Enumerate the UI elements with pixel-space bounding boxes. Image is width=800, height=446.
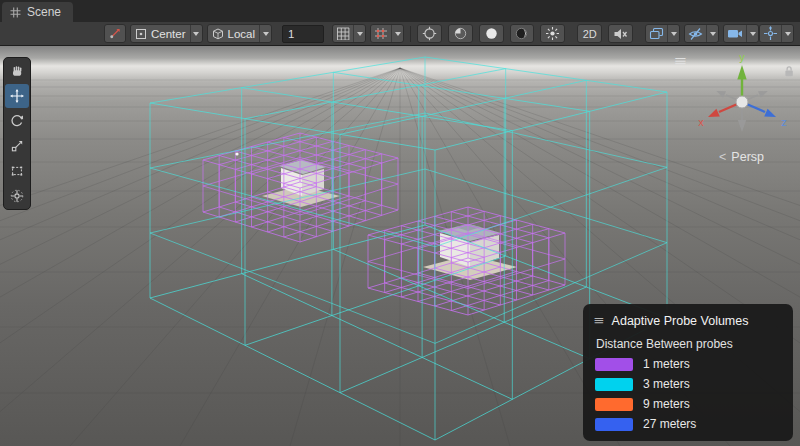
scene-toolbar: Center Local bbox=[0, 22, 800, 46]
shaded-sphere-icon bbox=[453, 26, 468, 41]
gizmo-y-label[interactable]: y bbox=[739, 51, 745, 63]
gizmos-dropdown[interactable] bbox=[759, 24, 794, 43]
rotate-tool-button[interactable] bbox=[5, 109, 29, 133]
handle-rotation-arrow bbox=[259, 25, 271, 42]
gizmos-arrow bbox=[781, 25, 793, 42]
probe-distance-label-1m: 1 meters bbox=[643, 357, 690, 371]
sun-burst-icon bbox=[545, 26, 560, 41]
skybox-toggle[interactable] bbox=[479, 24, 504, 43]
toolbar-separator bbox=[410, 26, 411, 42]
camera-arrow bbox=[746, 25, 758, 42]
focus-crosshair-icon bbox=[422, 26, 437, 41]
camera-settings-dropdown[interactable] bbox=[723, 24, 759, 43]
legend-title: Adaptive Probe Volumes bbox=[612, 314, 749, 328]
draw-mode-button[interactable] bbox=[417, 24, 442, 43]
view-tool-button[interactable] bbox=[5, 59, 29, 83]
legend-menu-icon[interactable]: ≡ bbox=[594, 313, 604, 328]
gizmo-center[interactable] bbox=[736, 96, 748, 108]
probe-distance-label-9m: 9 meters bbox=[643, 397, 690, 411]
scene-tab-grid-icon bbox=[10, 7, 21, 18]
increment-snap-arrow bbox=[391, 25, 403, 42]
tab-bar: Scene bbox=[0, 0, 800, 22]
handle-position-label: Center bbox=[147, 28, 190, 40]
chevron-down-icon bbox=[750, 32, 756, 36]
scene-visibility-dropdown[interactable] bbox=[684, 24, 719, 43]
tab-scene[interactable]: Scene bbox=[2, 2, 73, 22]
scale-tool-button[interactable] bbox=[5, 134, 29, 158]
handle-rotation-label: Local bbox=[224, 28, 260, 40]
handle-position-dropdown[interactable]: Center bbox=[130, 24, 203, 43]
handle-position-arrow bbox=[190, 25, 202, 42]
chevron-down-icon bbox=[263, 32, 269, 36]
tab-label: Scene bbox=[27, 5, 61, 19]
legend-row-3m: 3 meters bbox=[595, 377, 781, 391]
transform-icon bbox=[10, 189, 24, 203]
chevron-down-icon bbox=[193, 32, 199, 36]
rect-tool-button[interactable] bbox=[5, 159, 29, 183]
probe-distance-swatch-1m bbox=[595, 358, 633, 371]
overlay-menu-handle[interactable]: ≡ bbox=[674, 52, 686, 69]
chevron-down-icon bbox=[357, 32, 363, 36]
overlays-dropdown[interactable] bbox=[645, 24, 680, 43]
tool-palette bbox=[3, 57, 31, 210]
projection-label: Persp bbox=[731, 150, 764, 164]
increment-snap-dropdown[interactable] bbox=[370, 24, 404, 43]
legend-subtitle: Distance Between probes bbox=[596, 337, 781, 351]
orientation-gizmo[interactable]: y x z bbox=[690, 50, 794, 146]
chevron-down-icon bbox=[671, 32, 677, 36]
hand-icon bbox=[10, 64, 24, 78]
increment-snap-icon bbox=[374, 27, 388, 40]
active-tool-button[interactable] bbox=[104, 24, 126, 43]
pivot-center-icon bbox=[135, 28, 147, 40]
move-tool-button[interactable] bbox=[5, 84, 29, 108]
move-gizmo-icon bbox=[763, 26, 778, 41]
overlays-arrow bbox=[667, 25, 679, 42]
chevron-down-icon bbox=[785, 32, 791, 36]
chevron-down-icon bbox=[710, 32, 716, 36]
layers-icon bbox=[649, 27, 664, 41]
moon-icon bbox=[514, 26, 529, 41]
2d-label: 2D bbox=[583, 28, 597, 40]
legend-row-1m: 1 meters bbox=[595, 357, 781, 371]
move-icon bbox=[10, 89, 24, 103]
probe-distance-swatch-3m bbox=[595, 378, 633, 391]
chevron-down-icon bbox=[395, 32, 401, 36]
visibility-arrow bbox=[706, 25, 718, 42]
grid-snapping-dropdown[interactable] bbox=[332, 24, 366, 43]
grid-snap-arrow bbox=[353, 25, 365, 42]
gizmo-x-label[interactable]: x bbox=[698, 116, 704, 128]
camera-icon bbox=[727, 27, 743, 40]
projection-toggle[interactable]: < Persp bbox=[719, 150, 764, 164]
grid-snap-icon bbox=[336, 27, 350, 40]
gizmo-z-label[interactable]: z bbox=[781, 116, 787, 128]
probe-distance-label-27m: 27 meters bbox=[643, 417, 696, 431]
probe-distance-swatch-27m bbox=[595, 418, 633, 431]
speaker-muted-icon bbox=[613, 27, 628, 41]
rect-icon bbox=[10, 164, 24, 178]
white-circle-icon bbox=[484, 26, 499, 41]
apv-legend-panel: ≡ Adaptive Probe Volumes Distance Betwee… bbox=[583, 304, 793, 441]
lighting-toggle[interactable] bbox=[448, 24, 473, 43]
grid-size-input[interactable] bbox=[282, 25, 324, 43]
legend-row-27m: 27 meters bbox=[595, 417, 781, 431]
active-tool-icon bbox=[109, 27, 121, 40]
scale-icon bbox=[10, 139, 24, 153]
eye-slash-icon bbox=[688, 27, 703, 41]
scene-viewport[interactable]: ≡ y x z bbox=[0, 46, 800, 446]
shadows-toggle[interactable] bbox=[510, 24, 535, 43]
transform-tool-button[interactable] bbox=[5, 184, 29, 208]
probe-distance-swatch-9m bbox=[595, 398, 633, 411]
audio-toggle[interactable] bbox=[608, 24, 633, 43]
rotate-icon bbox=[10, 114, 24, 128]
persp-collapse-icon: < bbox=[719, 150, 726, 164]
probe-distance-label-3m: 3 meters bbox=[643, 377, 690, 391]
effects-toggle[interactable] bbox=[540, 24, 565, 43]
legend-row-9m: 9 meters bbox=[595, 397, 781, 411]
handle-rotation-dropdown[interactable]: Local bbox=[207, 24, 273, 43]
local-cube-icon bbox=[212, 28, 224, 40]
2d-toggle[interactable]: 2D bbox=[577, 24, 602, 43]
unity-scene-window: Scene Center Local bbox=[0, 0, 800, 446]
